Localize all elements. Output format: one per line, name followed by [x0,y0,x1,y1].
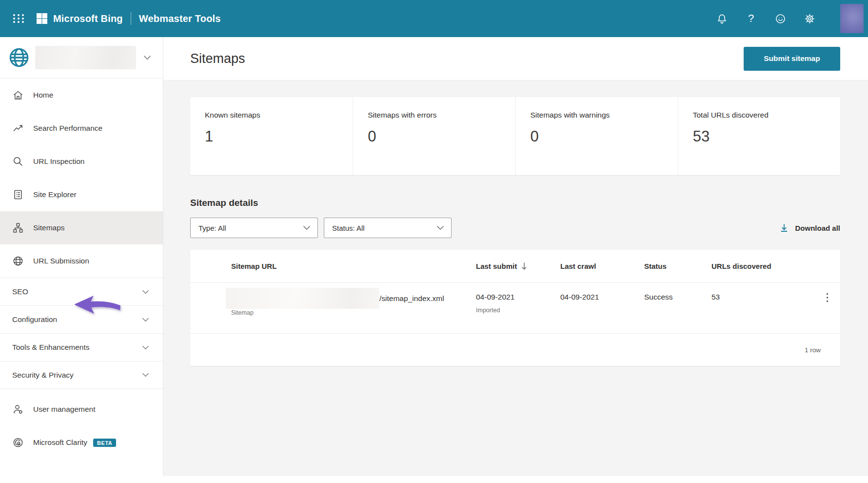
beta-badge: BETA [93,439,116,447]
sidebar-section-seo[interactable]: SEO [0,278,163,305]
person-icon [12,403,24,415]
stat-value: 53 [693,128,826,145]
stat-value: 0 [531,128,663,145]
site-name-redacted [35,46,136,69]
org-chart-icon [12,222,24,234]
cell-sitemap-url: /sitemap_index.xml Sitemap [231,293,476,316]
download-icon [779,223,789,233]
sort-descending-icon [521,262,527,270]
product-text: Webmaster Tools [139,13,221,24]
filter-row: Type: All Status: All Download all [190,218,840,238]
document-list-icon [12,189,24,201]
submit-sitemap-button[interactable]: Submit sitemap [744,47,840,71]
sidebar-item-user-management[interactable]: User management [0,393,163,426]
sidebar-item-url-inspection[interactable]: URL Inspection [0,145,163,178]
home-icon [12,89,24,101]
url-redacted [226,288,379,309]
sidebar-section-configuration[interactable]: Configuration [0,305,163,333]
site-globe-icon [8,46,30,69]
chevron-down-icon [142,290,149,294]
table-footer: 1 row [190,334,840,366]
stat-card-total-urls-discovered: Total URLs discovered 53 [678,97,840,175]
brand-text: Microsoft Bing [53,13,123,24]
table-row: /sitemap_index.xml Sitemap 04-09-2021 Im… [190,283,840,334]
sidebar-item-site-explorer[interactable]: Site Explorer [0,178,163,211]
cell-status: Success [644,293,711,302]
row-actions-kebab-icon[interactable] [820,290,834,305]
type-filter-dropdown[interactable]: Type: All [190,218,318,238]
brand-divider [131,12,131,25]
brand-link[interactable]: Microsoft Bing [25,13,123,24]
status-filter-dropdown[interactable]: Status: All [324,218,452,238]
sidebar-section-tools-enhancements[interactable]: Tools & Enhancements [0,333,163,361]
content: Known sitemaps 1 Sitemaps with errors 0 … [163,97,868,366]
stat-value: 1 [205,128,338,145]
bing-webmaster-tools-app: Microsoft Bing Webmaster Tools ? [0,0,868,483]
site-selector[interactable] [0,37,163,79]
column-header-status[interactable]: Status [644,262,711,270]
chevron-down-icon [143,55,151,60]
main-header: Sitemaps Submit sitemap [163,37,868,80]
sidebar-item-home[interactable]: Home [0,79,163,112]
topbar-actions: ? [715,4,868,33]
cell-last-crawl: 04-09-2021 [560,293,644,302]
clarity-icon [12,437,24,448]
sidebar-item-sitemaps[interactable]: Sitemaps [0,211,163,244]
table-header-row: Sitemap URL Last submit Last crawl Statu… [190,250,840,283]
download-all-button[interactable]: Download all [779,218,840,238]
sitemap-type-label: Sitemap [231,309,476,316]
waffle-icon[interactable] [12,12,25,25]
globe-icon [12,255,24,267]
chevron-down-icon [142,318,149,322]
row-count: 1 row [805,346,821,354]
chevron-down-icon [303,225,311,230]
trending-up-icon [12,122,24,134]
page-title: Sitemaps [190,51,245,66]
chevron-down-icon [436,225,444,230]
cell-last-submit: 04-09-2021 Imported [476,293,560,314]
avatar[interactable] [840,4,864,33]
cell-urls-discovered: 53 [711,293,818,302]
column-header-sitemap-url[interactable]: Sitemap URL [231,262,476,270]
sitemap-details-heading: Sitemap details [190,198,840,208]
notifications-bell-icon[interactable] [715,12,728,25]
sidebar-footer: User management Microsoft Clarity BETA [0,393,163,459]
topbar: Microsoft Bing Webmaster Tools ? [0,0,868,37]
submit-note: Imported [476,307,560,314]
sitemaps-table: Sitemap URL Last submit Last crawl Statu… [190,250,840,366]
sidebar-item-search-performance[interactable]: Search Performance [0,112,163,145]
stats-cards: Known sitemaps 1 Sitemaps with errors 0 … [190,97,840,175]
sidebar: Home Search Performance URL Inspection [0,37,163,476]
chevron-down-icon [142,373,149,377]
help-icon[interactable]: ? [745,12,757,25]
sidebar-nav: Home Search Performance URL Inspection [0,79,163,459]
stat-value: 0 [368,128,500,145]
page-bottom-margin [0,477,868,483]
feedback-smiley-icon[interactable] [774,12,787,25]
main-content: Sitemaps Submit sitemap Known sitemaps 1… [163,37,868,476]
stat-card-sitemaps-with-errors: Sitemaps with errors 0 [353,97,515,175]
status-badge: Success [644,293,711,302]
sidebar-section-security-privacy[interactable]: Security & Privacy [0,361,163,389]
sidebar-item-url-submission[interactable]: URL Submission [0,244,163,278]
magnifier-icon [12,156,24,167]
column-header-urls-discovered[interactable]: URLs discovered [711,262,818,270]
stat-card-sitemaps-with-warnings: Sitemaps with warnings 0 [515,97,678,175]
column-header-last-crawl[interactable]: Last crawl [560,262,644,270]
stat-card-known-sitemaps: Known sitemaps 1 [190,97,353,175]
sidebar-item-microsoft-clarity[interactable]: Microsoft Clarity BETA [0,426,163,459]
settings-gear-icon[interactable] [803,12,816,25]
chevron-down-icon [142,345,149,350]
column-header-last-submit[interactable]: Last submit [476,262,560,270]
microsoft-logo-icon [37,13,47,24]
